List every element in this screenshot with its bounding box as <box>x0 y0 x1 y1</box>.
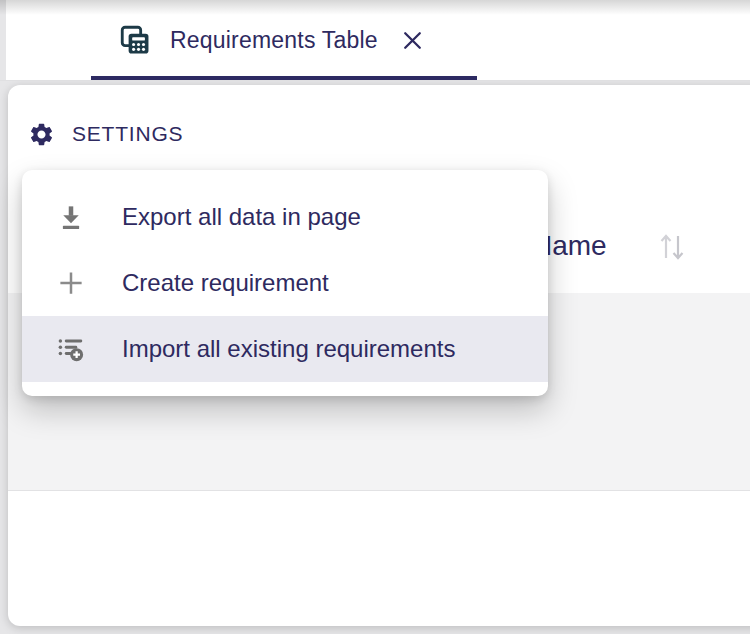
gear-icon <box>28 121 55 148</box>
menu-item-label: Import all existing requirements <box>122 335 455 363</box>
clipped-icon-fragment <box>746 236 750 250</box>
tab-label: Requirements Table <box>170 27 378 54</box>
sort-arrows-icon[interactable] <box>658 230 686 264</box>
close-x-icon[interactable] <box>400 28 425 53</box>
plus-icon <box>56 268 86 298</box>
menu-item-create[interactable]: Create requirement <box>22 250 548 316</box>
menu-item-export[interactable]: Export all data in page <box>22 184 548 250</box>
menu-item-import[interactable]: Import all existing requirements <box>22 316 548 382</box>
menu-item-label: Create requirement <box>122 269 329 297</box>
menu-item-label: Export all data in page <box>122 203 361 231</box>
table-view-icon <box>118 23 152 57</box>
settings-button[interactable]: SETTINGS <box>28 119 183 149</box>
tab-bar: Requirements Table <box>6 0 750 80</box>
settings-menu: Export all data in page Create requireme… <box>22 170 548 396</box>
download-icon <box>56 202 86 232</box>
playlist-add-icon <box>56 333 86 365</box>
tab-bar-divider <box>0 80 750 81</box>
settings-label: SETTINGS <box>72 122 183 146</box>
tab-requirements-table[interactable]: Requirements Table <box>118 0 425 80</box>
